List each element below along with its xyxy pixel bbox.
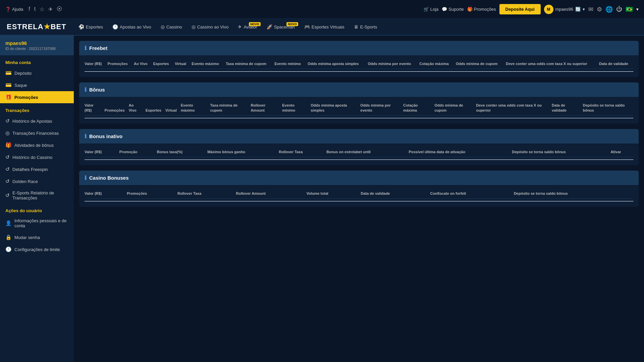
user-section[interactable]: M mpaes96 🔄 ▾: [544, 5, 585, 14]
freebet-col-evento-min: Evento mínimo: [272, 59, 306, 69]
deposit-button[interactable]: Deposite Aqui: [499, 4, 541, 14]
support-button[interactable]: 💬 Suporte: [442, 7, 464, 12]
flag-dropdown[interactable]: ▾: [636, 7, 639, 12]
bonus-col-odds-min-simples: Odds mínima aposta simples: [309, 100, 358, 115]
detalhes-freespin-label: Detalhes Freespin: [12, 167, 48, 172]
top-bar-right: 🛒 Loja 💬 Suporte 🎁 Promoções Deposite Aq…: [424, 4, 639, 14]
casino-bonuses-content: Valor (R$) Promoções Rollover Taxa Rollo…: [79, 185, 639, 207]
nav-aviator[interactable]: ✈ Aviator NOVO: [234, 21, 261, 32]
detalhes-freespin-icon: ↺: [5, 166, 10, 172]
globe-icon[interactable]: 🌐: [605, 6, 613, 13]
bonus-content: Valor (R$) Promoções Ao Vivo Esportes Vi…: [79, 97, 639, 124]
sidebar-item-mudar-senha[interactable]: 🔒 Mudar senha: [0, 231, 74, 243]
sidebar-item-info-pessoal[interactable]: 👤 Informações pessoais e de conta: [0, 215, 74, 231]
cb-col-promocoes: Promoções: [125, 188, 175, 199]
nav-spaceman[interactable]: 🚀 Spaceman NOVO: [263, 21, 299, 32]
nav-esports[interactable]: 🖥 E-Sports: [350, 21, 381, 32]
facebook-icon[interactable]: f: [29, 6, 30, 12]
top-bar: ❓ Ajuda f t ☆ ✈ ⦿ 🛒 Loja 💬 Suporte 🎁 Pro…: [0, 0, 644, 19]
sidebar-item-saque[interactable]: 💳 Saque: [0, 79, 74, 91]
bonus-inativo-header: ℹ Bonus inativo: [79, 129, 639, 143]
bonus-col-odds-min-cupom: Odds mínima de cupom: [432, 100, 474, 115]
spaceman-icon: 🚀: [267, 24, 272, 29]
bi-col-taxa: Bonus taxa(%): [155, 147, 206, 157]
logout-icon[interactable]: ⏻: [616, 6, 622, 13]
sidebar-item-esports-relatorio[interactable]: ↺ E-Sports Relatório de Transacções: [0, 187, 74, 203]
cassino-icon: ◎: [161, 24, 165, 29]
bonus-col-ao-vivo: Ao Vivo: [127, 100, 144, 115]
bonus-col-deve-conter: Deve conter uma odds com taxa X ou super…: [474, 100, 550, 115]
info-pessoal-label: Informações pessoais e de conta: [14, 218, 68, 228]
help-button[interactable]: ❓ Ajuda: [5, 7, 23, 12]
instagram-icon[interactable]: ☆: [40, 6, 44, 12]
cb-col-volume-total: Volume total: [305, 188, 359, 199]
freebet-table: Valor (R$) Promoções Ao Vivo Esportes Vi…: [85, 59, 633, 69]
sidebar-item-historico-cassino[interactable]: ↺ Histórico do Cassino: [0, 151, 74, 163]
nav-cassino-vivo[interactable]: ◎ Cassino ao Vivo: [187, 21, 233, 32]
sidebar-item-promocoes[interactable]: 🎁 Promoções: [0, 91, 74, 103]
bi-col-ativar: Ativar: [608, 147, 633, 157]
bonus-col-validade: Data de validade: [550, 100, 581, 115]
rss-icon[interactable]: ⦿: [57, 6, 62, 12]
promo-icon: 🎁: [467, 7, 473, 12]
username-display: mpaes96: [555, 7, 573, 12]
mail-icon[interactable]: ✉: [588, 6, 593, 13]
transacoes-fin-icon: ◎: [5, 130, 10, 136]
bonus-inativo-table: Valor (R$) Promoção Bonus taxa(%) Máximo…: [85, 147, 633, 157]
nav-cassino-vivo-label: Cassino ao Vivo: [197, 24, 229, 29]
nav-apostas-vivo[interactable]: 🕐 Apostas ao Vivo: [108, 21, 155, 32]
cassino-vivo-icon: ◎: [192, 24, 196, 29]
settings-icon[interactable]: ⚙: [597, 6, 602, 13]
support-label: Suporte: [448, 7, 464, 12]
sidebar-item-deposito[interactable]: 💳 Depósito: [0, 67, 74, 79]
freebet-col-odds-min-simples: Odds mínima aposta simples: [306, 59, 366, 69]
avatar: M: [544, 5, 553, 14]
store-label: Loja: [430, 7, 439, 12]
casino-bonuses-title: Casino Bonuses: [89, 175, 129, 181]
nav-cassino[interactable]: ◎ Cassino: [157, 21, 186, 32]
twitter-icon[interactable]: t: [34, 6, 36, 12]
saque-icon: 💳: [5, 82, 12, 88]
cb-col-rollover-taxa: Rollover Taxa: [175, 188, 234, 199]
freebet-col-virtual: Virtual: [173, 59, 190, 69]
bonus-col-taxa-min: Taxa mínima de cupom: [208, 100, 249, 115]
flag-icon[interactable]: 🇧🇷: [626, 6, 633, 13]
sidebar-item-transacoes-fin[interactable]: ◎ Transações Financeiras: [0, 127, 74, 139]
casino-bonuses-table: Valor (R$) Promoções Rollover Taxa Rollo…: [85, 188, 633, 199]
bonus-col-evento-min: Evento mínimo: [280, 100, 309, 115]
casino-bonuses-icon: ℹ: [85, 175, 87, 181]
esports-relatorio-label: E-Sports Relatório de Transacções: [12, 190, 68, 200]
bonus-inativo-title: Bonus inativo: [89, 133, 122, 139]
top-bar-left: ❓ Ajuda f t ☆ ✈ ⦿: [5, 6, 62, 12]
freebet-col-esportes: Esportes: [151, 59, 173, 69]
telegram-icon[interactable]: ✈: [48, 6, 53, 12]
transactions-title: Transações: [0, 103, 74, 115]
sidebar-item-configuracoes[interactable]: 🕐 Configurações de limite: [0, 243, 74, 255]
configuracoes-icon: 🕐: [5, 246, 12, 252]
nav-esportes[interactable]: ⚽ Esportes: [74, 21, 107, 32]
nav-apostas-vivo-label: Apostas ao Vivo: [120, 24, 151, 29]
user-info-box: mpaes96 ID do cliente : 2022117197088: [0, 36, 74, 55]
sidebar-item-golden-race[interactable]: ↺ Golden Race: [0, 175, 74, 187]
historico-cassino-label: Histórico do Cassino: [12, 155, 52, 160]
nav-esportes-virtuais[interactable]: 🎮 Esportes Virtuais: [300, 21, 348, 32]
freebet-col-deve-conter: Deve conter uma odds com taxa X ou super…: [504, 59, 597, 69]
saque-label: Saque: [14, 83, 27, 88]
bi-col-promocao: Promoção: [117, 147, 155, 157]
esports-relatorio-icon: ↺: [5, 192, 10, 198]
freebet-col-valor: Valor (R$): [85, 59, 106, 69]
promos-button[interactable]: 🎁 Promoções: [467, 7, 496, 12]
social-icons: f t ☆ ✈ ⦿: [29, 6, 62, 12]
bonus-inativo-content: Valor (R$) Promoção Bonus taxa(%) Máximo…: [79, 143, 639, 165]
promocoes-label: Promoções: [14, 95, 38, 100]
sidebar-item-detalhes-freespin[interactable]: ↺ Detalhes Freespin: [0, 163, 74, 175]
sidebar-item-atividades-bonus[interactable]: 🎁 Atividades de bônus: [0, 139, 74, 151]
sidebar-item-historico-apostas[interactable]: ↺ Histórico de Apostas: [0, 115, 74, 127]
atividades-bonus-icon: 🎁: [5, 142, 12, 148]
freebet-col-ao-vivo: Ao Vivo: [132, 59, 151, 69]
freebet-header: ℹ Freebet: [79, 41, 639, 55]
mudar-senha-label: Mudar senha: [14, 235, 40, 240]
aviator-new-badge: NOVO: [249, 22, 261, 26]
freebet-col-odds-min-evento: Odds mínima por evento: [366, 59, 418, 69]
store-button[interactable]: 🛒 Loja: [424, 7, 439, 12]
